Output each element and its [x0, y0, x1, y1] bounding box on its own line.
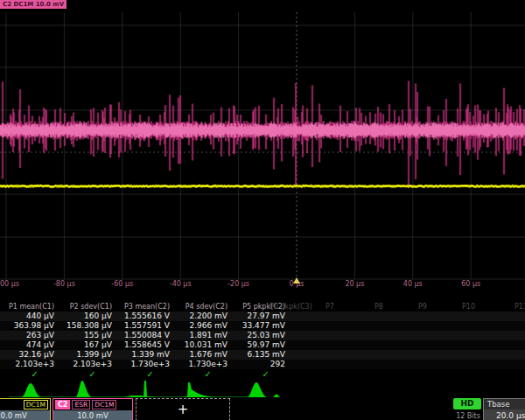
histicon-p2[interactable]: [65, 379, 116, 398]
hd-mode-badge[interactable]: HD: [453, 398, 481, 410]
time-axis-label: 20 µs: [345, 280, 364, 288]
parameter-column-p2: P2 sdev(C1)160 µV158.308 µV155 µV167 µV1…: [58, 303, 116, 380]
measurement-value: 292: [231, 360, 289, 369]
measurement-value: 160 µV: [58, 312, 116, 321]
parameter-column-p1: P1 mean(C1)440 µV363.98 µV263 µV474 µV32…: [0, 303, 58, 380]
histicon-p3[interactable]: [122, 379, 173, 398]
timebase-descriptor[interactable]: Tbase 20.0 µs: [483, 398, 525, 420]
measurement-value: 1.399 µV: [58, 350, 116, 360]
measurement-value: 2.966 mV: [173, 321, 231, 331]
c2-scale-value: 10.0 mV: [53, 410, 132, 420]
channel-c1-descriptor[interactable]: DC1M 20.0 mV: [0, 398, 51, 420]
c2-coupling-tag: DC1M: [92, 400, 116, 410]
measurement-value: 27.97 mV: [231, 312, 289, 321]
measurement-value: 1.557591 V: [116, 321, 173, 331]
parameter-column-p3: P3 mean(C2)1.555616 V1.557591 V1.550084 …: [116, 303, 173, 380]
histicons-row: [0, 379, 525, 398]
measure-columns: P1 mean(C1)440 µV363.98 µV263 µV474 µV32…: [0, 303, 289, 380]
measurement-value: 6.135 mV: [231, 350, 289, 360]
parameter-column-p4: P4 sdev(C2)2.200 mV2.966 mV1.891 mV10.03…: [173, 303, 231, 380]
time-axis-label: 40 µs: [403, 280, 423, 288]
trigger-time-marker-icon[interactable]: [293, 277, 300, 284]
c1-coupling-tag: DC1M: [24, 400, 48, 410]
parameter-column-p5: P5 pkpk(C2)27.97 mV33.477 mV25.03 mV59.9…: [231, 303, 289, 380]
inactive-parameter-headers: P6 pkpk(C3)P7P8P9P10P11: [0, 303, 525, 312]
measurement-value: 25.03 mV: [231, 331, 289, 340]
measurement-value: 1.339 mV: [116, 350, 173, 360]
trace-label-badge[interactable]: C2 DC1M 10.0 mV: [0, 0, 66, 9]
measurement-value: 1.550084 V: [116, 331, 173, 340]
histicon-p4[interactable]: [180, 379, 231, 398]
measurement-value: 33.477 mV: [231, 321, 289, 331]
measurement-value: 363.98 µV: [0, 321, 58, 331]
time-axis: -100 µs-80 µs-60 µs-40 µs-20 µs0 µs20 µs…: [0, 280, 525, 292]
time-axis-label: -100 µs: [0, 280, 19, 288]
measurement-value: 1.558645 V: [116, 340, 173, 350]
measurement-value: 263 µV: [0, 331, 58, 340]
parameter-header-inactive[interactable]: P7: [326, 303, 334, 312]
measurement-value: 1.555616 V: [116, 312, 173, 321]
c2-trace-core: [0, 122, 525, 138]
add-trace-button[interactable]: +: [136, 398, 230, 420]
measurement-value: 1.891 mV: [173, 331, 231, 340]
c1-scale-value: 20.0 mV: [0, 410, 50, 420]
parameter-header-inactive[interactable]: P6 pkpk(C3): [270, 303, 312, 312]
parameter-header-inactive[interactable]: P9: [418, 303, 427, 312]
histicon-p5[interactable]: [238, 379, 289, 398]
measurement-value: 155 µV: [58, 331, 116, 340]
oscilloscope-screen: C2 DC1M 10.0 mV -100 µs-80 µs-60 µs-40 µ…: [0, 0, 525, 420]
timebase-value: 20.0 µs: [484, 410, 525, 420]
parameter-header-inactive[interactable]: P8: [374, 303, 383, 312]
time-axis-label: -20 µs: [228, 280, 249, 288]
measurement-value: 1.730e+3: [116, 360, 173, 369]
c2-esr-tag: ESR: [72, 400, 90, 410]
measurement-value: 1.676 mV: [173, 350, 231, 360]
measurement-value: 10.031 mV: [173, 340, 231, 350]
measurement-value: 2.103e+3: [58, 360, 116, 369]
measurement-value: 32.16 µV: [0, 350, 58, 360]
measurement-value: 2.103e+3: [0, 360, 58, 369]
time-axis-label: -40 µs: [170, 280, 192, 288]
measurement-value: 474 µV: [0, 340, 58, 350]
measurement-value: 59.97 mV: [231, 340, 289, 350]
measurement-value: 2.200 mV: [173, 312, 231, 321]
measurement-value: 167 µV: [58, 340, 116, 350]
descriptor-bar: DC1M 20.0 mV C2 ESR DC1M 10.0 mV + HD 12…: [0, 398, 525, 420]
time-axis-label: -80 µs: [53, 280, 75, 288]
timebase-title: Tbase: [484, 399, 525, 410]
time-axis-label: -60 µs: [111, 280, 133, 288]
time-axis-label: 60 µs: [461, 280, 480, 288]
c2-channel-badge: C2: [55, 400, 70, 410]
measurement-value: 440 µV: [0, 312, 58, 321]
parameter-header-inactive[interactable]: P10: [462, 303, 475, 312]
histicon-p1[interactable]: [7, 379, 58, 398]
parameter-header-inactive[interactable]: P11: [514, 303, 525, 312]
measurement-table: P1 mean(C1)440 µV363.98 µV263 µV474 µV32…: [0, 303, 525, 380]
measurement-value: 158.308 µV: [58, 321, 116, 331]
hd-bits-label: 12 Bits: [453, 412, 483, 420]
measurement-value: 1.730e+3: [173, 360, 231, 369]
channel-c2-descriptor[interactable]: C2 ESR DC1M 10.0 mV: [52, 398, 133, 420]
